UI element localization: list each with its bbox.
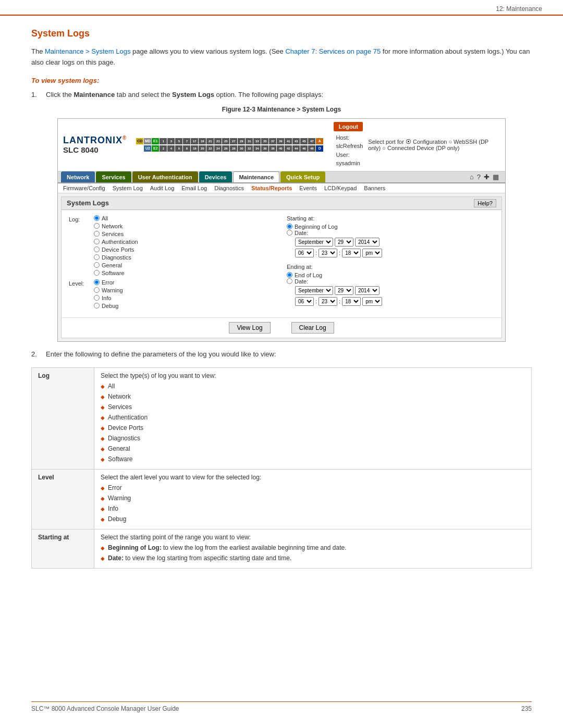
tab-user-authentication[interactable]: User Authentication xyxy=(132,171,198,182)
start-colon2: : xyxy=(339,250,340,256)
subnav-audit-log[interactable]: Audit Log xyxy=(150,185,174,191)
help-button[interactable]: Help? xyxy=(474,199,496,207)
end-hour-select[interactable]: 06 xyxy=(295,297,314,306)
log-option-general[interactable]: General xyxy=(94,262,138,268)
ending-radio-endlog[interactable] xyxy=(287,272,292,278)
port-23: 23 xyxy=(214,138,222,144)
level-row: Level: Error Warning xyxy=(69,279,276,309)
tab-quick-setup[interactable]: Quick Setup xyxy=(280,171,325,182)
start-day-select[interactable]: 29 xyxy=(335,238,353,246)
add-icon[interactable]: ✚ xyxy=(484,173,489,181)
starting-beginning-option[interactable]: Beginning of Log xyxy=(287,224,494,230)
level-option-warning[interactable]: Warning xyxy=(94,287,123,293)
starting-radio-beginning[interactable] xyxy=(287,224,292,229)
slc-topbar: LANTRONIX® SLC 8040 CD MD E1 1 3 5 7 17 … xyxy=(58,119,505,171)
start-hour-select[interactable]: 06 xyxy=(295,249,314,257)
level-option-info[interactable]: Info xyxy=(94,295,123,301)
host-section: Logout Host: slcRefresh User: sysadmin xyxy=(334,122,363,168)
subnav-email-log[interactable]: Email Log xyxy=(181,185,207,191)
start-year-select[interactable]: 2014 xyxy=(355,238,380,246)
log-label-all: All xyxy=(102,215,108,221)
log-radio-device-ports[interactable] xyxy=(94,246,100,252)
port-1: 1 xyxy=(160,138,167,144)
bullet-diagnostics: Diagnostics xyxy=(101,434,525,443)
tab-devices[interactable]: Devices xyxy=(199,171,232,182)
level-radio-info[interactable] xyxy=(94,295,100,301)
subnav-events[interactable]: Events xyxy=(299,185,317,191)
ending-radio-date[interactable] xyxy=(287,278,292,284)
bullet-info: Info xyxy=(101,504,525,513)
port-32: 32 xyxy=(246,145,253,152)
level-label-info: Info xyxy=(102,295,111,301)
ending-date-option[interactable]: Date: xyxy=(287,278,494,285)
port-26: 26 xyxy=(222,145,229,152)
table-header-level: Level xyxy=(32,469,94,529)
end-ampm-select[interactable]: pm xyxy=(362,297,382,306)
end-month-select[interactable]: September xyxy=(295,286,333,295)
panel-body: Log: All Network xyxy=(62,210,501,317)
port-8: 8 xyxy=(183,145,190,152)
table-header-log: Log xyxy=(32,367,94,469)
log-option-authentication[interactable]: Authentication xyxy=(94,239,138,245)
view-log-button[interactable]: View Log xyxy=(229,322,270,334)
log-option-device-ports[interactable]: Device Ports xyxy=(94,246,138,253)
bullet-error: Error xyxy=(101,483,525,492)
start-ampm-select[interactable]: pm xyxy=(362,249,382,257)
starting-radio-date[interactable] xyxy=(287,230,292,236)
log-option-services[interactable]: Services xyxy=(94,231,138,237)
ending-endlog-option[interactable]: End of Log xyxy=(287,272,494,278)
log-radio-general[interactable] xyxy=(94,262,100,268)
end-min-select[interactable]: 23 xyxy=(319,297,337,306)
port-27: 27 xyxy=(230,138,237,144)
tab-services[interactable]: Services xyxy=(96,171,131,182)
grid-icon[interactable]: ▦ xyxy=(493,173,499,181)
table-row-starting-at: Starting at Select the starting point of… xyxy=(32,529,532,568)
log-option-software[interactable]: Software xyxy=(94,270,138,276)
level-bullet-list: Error Warning Info Debug xyxy=(101,483,525,524)
start-sec-select[interactable]: 18 xyxy=(342,249,361,257)
log-radio-all[interactable] xyxy=(94,215,100,221)
level-label-error: Error xyxy=(102,279,114,286)
intro-link2[interactable]: Chapter 7: Services on page 75 xyxy=(285,47,381,55)
level-radio-error[interactable] xyxy=(94,279,100,285)
bullet-beginning-of-log: Beginning of Log: to view the log from t… xyxy=(101,543,525,552)
log-radio-authentication[interactable] xyxy=(94,239,100,244)
port-35: 35 xyxy=(261,138,268,144)
level-radio-warning[interactable] xyxy=(94,287,100,293)
port-6: 6 xyxy=(175,145,182,152)
intro-link1[interactable]: Maintenance > System Logs xyxy=(45,47,130,55)
help-icon[interactable]: ? xyxy=(477,173,481,181)
log-radio-network[interactable] xyxy=(94,223,100,229)
subnav-lcd-keypad[interactable]: LCD/Keypad xyxy=(324,185,357,191)
starting-date-option[interactable]: Date: xyxy=(287,230,494,236)
home-icon[interactable]: ⌂ xyxy=(470,173,474,181)
clear-log-button[interactable]: Clear Log xyxy=(291,322,334,334)
end-year-select[interactable]: 2014 xyxy=(355,286,380,295)
level-option-error[interactable]: Error xyxy=(94,279,123,286)
port-41: 41 xyxy=(285,138,292,144)
host-user-info: Host: slcRefresh User: sysadmin xyxy=(336,133,363,168)
subnav-status-reports[interactable]: Status/Reports xyxy=(251,185,292,191)
log-option-network[interactable]: Network xyxy=(94,223,138,229)
port-d-bottom: D xyxy=(316,145,323,152)
level-radio-debug[interactable] xyxy=(94,303,100,309)
port-7: 7 xyxy=(183,138,190,144)
subnav-banners[interactable]: Banners xyxy=(364,185,385,191)
subnav-firmware[interactable]: Firmware/Config xyxy=(63,185,105,191)
subnav-diagnostics[interactable]: Diagnostics xyxy=(214,185,244,191)
port-md: MD xyxy=(144,138,151,144)
log-option-diagnostics[interactable]: Diagnostics xyxy=(94,254,138,261)
tab-network[interactable]: Network xyxy=(61,171,95,182)
tab-maintenance[interactable]: Maintenance xyxy=(233,171,279,182)
start-min-select[interactable]: 23 xyxy=(319,249,337,257)
subnav-system-log[interactable]: System Log xyxy=(113,185,143,191)
log-radio-software[interactable] xyxy=(94,270,100,276)
end-day-select[interactable]: 29 xyxy=(335,286,353,295)
log-option-all[interactable]: All xyxy=(94,215,138,221)
log-radio-services[interactable] xyxy=(94,231,100,237)
end-sec-select[interactable]: 18 xyxy=(342,297,361,306)
level-option-debug[interactable]: Debug xyxy=(94,303,123,309)
logout-button[interactable]: Logout xyxy=(334,122,363,131)
log-radio-diagnostics[interactable] xyxy=(94,254,100,260)
start-month-select[interactable]: September xyxy=(295,238,333,246)
